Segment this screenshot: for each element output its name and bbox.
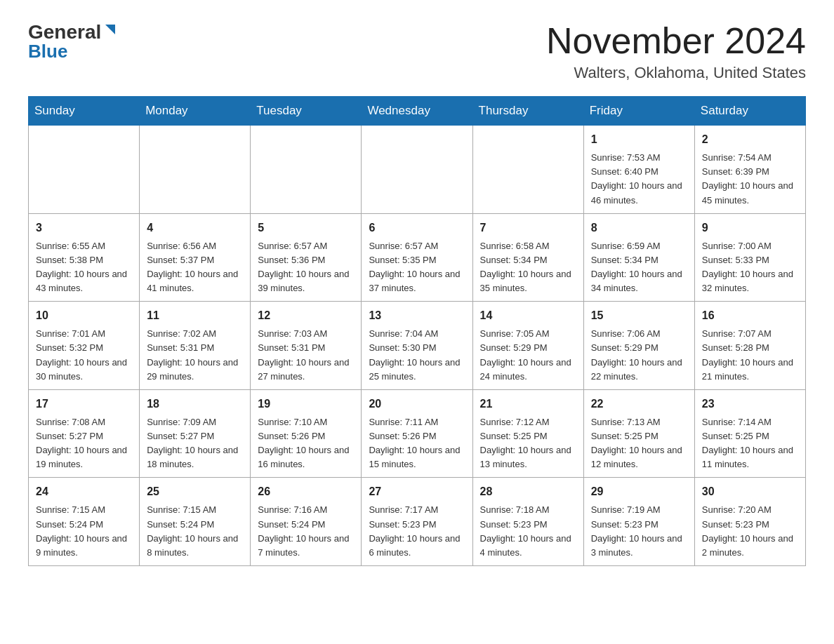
calendar-day-cell: [29, 126, 140, 214]
day-info: Sunrise: 7:17 AMSunset: 5:23 PMDaylight:…: [369, 503, 465, 560]
day-of-week-header: Tuesday: [251, 97, 362, 126]
day-info: Sunrise: 7:20 AMSunset: 5:23 PMDaylight:…: [702, 503, 798, 560]
calendar-week-row: 24Sunrise: 7:15 AMSunset: 5:24 PMDayligh…: [29, 478, 806, 566]
calendar-day-cell: 1Sunrise: 7:53 AMSunset: 6:40 PMDaylight…: [583, 126, 694, 214]
day-number: 11: [147, 307, 243, 324]
calendar-day-cell: 15Sunrise: 7:06 AMSunset: 5:29 PMDayligh…: [583, 302, 694, 390]
calendar-day-cell: 30Sunrise: 7:20 AMSunset: 5:23 PMDayligh…: [694, 478, 805, 566]
day-number: 3: [36, 220, 132, 236]
calendar-day-cell: 16Sunrise: 7:07 AMSunset: 5:28 PMDayligh…: [694, 302, 805, 390]
calendar-week-row: 3Sunrise: 6:55 AMSunset: 5:38 PMDaylight…: [29, 213, 806, 302]
day-number: 23: [702, 396, 798, 412]
calendar-day-cell: 27Sunrise: 7:17 AMSunset: 5:23 PMDayligh…: [362, 478, 472, 566]
day-number: 9: [702, 220, 798, 236]
day-of-week-header: Monday: [140, 97, 251, 126]
calendar-day-cell: 25Sunrise: 7:15 AMSunset: 5:24 PMDayligh…: [140, 478, 251, 566]
day-info: Sunrise: 7:08 AMSunset: 5:27 PMDaylight:…: [36, 415, 132, 472]
day-number: 6: [369, 220, 465, 236]
day-of-week-header: Sunday: [29, 97, 140, 126]
day-info: Sunrise: 7:07 AMSunset: 5:28 PMDaylight:…: [702, 327, 798, 384]
calendar-day-cell: 13Sunrise: 7:04 AMSunset: 5:30 PMDayligh…: [362, 302, 472, 390]
calendar-day-cell: 24Sunrise: 7:15 AMSunset: 5:24 PMDayligh…: [29, 478, 140, 566]
day-info: Sunrise: 7:15 AMSunset: 5:24 PMDaylight:…: [36, 503, 132, 560]
calendar-day-cell: 19Sunrise: 7:10 AMSunset: 5:26 PMDayligh…: [251, 389, 362, 478]
day-info: Sunrise: 7:10 AMSunset: 5:26 PMDaylight:…: [258, 415, 354, 472]
calendar-day-cell: 20Sunrise: 7:11 AMSunset: 5:26 PMDayligh…: [362, 389, 472, 478]
calendar-day-cell: 28Sunrise: 7:18 AMSunset: 5:23 PMDayligh…: [472, 478, 583, 566]
day-number: 21: [480, 396, 576, 412]
calendar-day-cell: 6Sunrise: 6:57 AMSunset: 5:35 PMDaylight…: [362, 213, 472, 302]
day-number: 16: [702, 307, 798, 324]
calendar-week-row: 1Sunrise: 7:53 AMSunset: 6:40 PMDaylight…: [29, 126, 806, 214]
day-number: 4: [147, 220, 243, 236]
day-info: Sunrise: 7:18 AMSunset: 5:23 PMDaylight:…: [480, 503, 576, 560]
calendar-day-cell: 21Sunrise: 7:12 AMSunset: 5:25 PMDayligh…: [472, 389, 583, 478]
logo-triangle-icon: [102, 22, 118, 40]
logo: General Blue: [28, 21, 118, 62]
calendar-day-cell: 5Sunrise: 6:57 AMSunset: 5:36 PMDaylight…: [251, 213, 362, 302]
calendar-day-cell: 8Sunrise: 6:59 AMSunset: 5:34 PMDaylight…: [583, 213, 694, 302]
calendar-day-cell: 2Sunrise: 7:54 AMSunset: 6:39 PMDaylight…: [694, 126, 805, 214]
day-number: 1: [591, 131, 687, 148]
title-section: November 2024 Walters, Oklahoma, United …: [546, 21, 806, 82]
calendar-day-cell: [140, 126, 251, 214]
calendar-day-cell: 17Sunrise: 7:08 AMSunset: 5:27 PMDayligh…: [29, 389, 140, 478]
day-number: 8: [591, 220, 687, 236]
day-of-week-header: Wednesday: [362, 97, 472, 126]
calendar-day-cell: 9Sunrise: 7:00 AMSunset: 5:33 PMDaylight…: [694, 213, 805, 302]
calendar-week-row: 10Sunrise: 7:01 AMSunset: 5:32 PMDayligh…: [29, 302, 806, 390]
day-info: Sunrise: 6:59 AMSunset: 5:34 PMDaylight:…: [591, 239, 687, 296]
day-info: Sunrise: 7:02 AMSunset: 5:31 PMDaylight:…: [147, 327, 243, 384]
calendar-week-row: 17Sunrise: 7:08 AMSunset: 5:27 PMDayligh…: [29, 389, 806, 478]
day-number: 17: [36, 396, 132, 412]
day-info: Sunrise: 7:00 AMSunset: 5:33 PMDaylight:…: [702, 239, 798, 296]
day-info: Sunrise: 7:06 AMSunset: 5:29 PMDaylight:…: [591, 327, 687, 384]
calendar-day-cell: 14Sunrise: 7:05 AMSunset: 5:29 PMDayligh…: [472, 302, 583, 390]
day-number: 12: [258, 307, 354, 324]
calendar-day-cell: 18Sunrise: 7:09 AMSunset: 5:27 PMDayligh…: [140, 389, 251, 478]
day-number: 2: [702, 131, 798, 148]
day-number: 19: [258, 396, 354, 412]
day-number: 18: [147, 396, 243, 412]
day-info: Sunrise: 7:54 AMSunset: 6:39 PMDaylight:…: [702, 151, 798, 208]
day-info: Sunrise: 7:19 AMSunset: 5:23 PMDaylight:…: [591, 503, 687, 560]
calendar-day-cell: 22Sunrise: 7:13 AMSunset: 5:25 PMDayligh…: [583, 389, 694, 478]
day-info: Sunrise: 7:01 AMSunset: 5:32 PMDaylight:…: [36, 327, 132, 384]
day-number: 28: [480, 483, 576, 500]
day-number: 10: [36, 307, 132, 324]
day-info: Sunrise: 6:57 AMSunset: 5:35 PMDaylight:…: [369, 239, 465, 296]
calendar-day-cell: 7Sunrise: 6:58 AMSunset: 5:34 PMDaylight…: [472, 213, 583, 302]
day-of-week-header: Thursday: [472, 97, 583, 126]
day-info: Sunrise: 7:16 AMSunset: 5:24 PMDaylight:…: [258, 503, 354, 560]
day-info: Sunrise: 6:55 AMSunset: 5:38 PMDaylight:…: [36, 239, 132, 296]
day-number: 14: [480, 307, 576, 324]
month-title: November 2024: [546, 21, 806, 61]
day-info: Sunrise: 7:11 AMSunset: 5:26 PMDaylight:…: [369, 415, 465, 472]
day-info: Sunrise: 7:53 AMSunset: 6:40 PMDaylight:…: [591, 151, 687, 208]
day-info: Sunrise: 7:04 AMSunset: 5:30 PMDaylight:…: [369, 327, 465, 384]
day-number: 5: [258, 220, 354, 236]
day-info: Sunrise: 7:14 AMSunset: 5:25 PMDaylight:…: [702, 415, 798, 472]
calendar-day-cell: 29Sunrise: 7:19 AMSunset: 5:23 PMDayligh…: [583, 478, 694, 566]
day-number: 24: [36, 483, 132, 500]
day-info: Sunrise: 6:58 AMSunset: 5:34 PMDaylight:…: [480, 239, 576, 296]
calendar-day-cell: 12Sunrise: 7:03 AMSunset: 5:31 PMDayligh…: [251, 302, 362, 390]
calendar-day-cell: [362, 126, 472, 214]
day-number: 25: [147, 483, 243, 500]
day-number: 26: [258, 483, 354, 500]
day-of-week-header: Friday: [583, 97, 694, 126]
location-text: Walters, Oklahoma, United States: [546, 64, 806, 82]
day-info: Sunrise: 6:57 AMSunset: 5:36 PMDaylight:…: [258, 239, 354, 296]
day-number: 13: [369, 307, 465, 324]
svg-marker-0: [105, 25, 115, 34]
day-number: 29: [591, 483, 687, 500]
calendar-day-cell: [251, 126, 362, 214]
calendar-body: 1Sunrise: 7:53 AMSunset: 6:40 PMDaylight…: [29, 126, 806, 566]
calendar-day-cell: 4Sunrise: 6:56 AMSunset: 5:37 PMDaylight…: [140, 213, 251, 302]
day-number: 30: [702, 483, 798, 500]
calendar-day-cell: 26Sunrise: 7:16 AMSunset: 5:24 PMDayligh…: [251, 478, 362, 566]
calendar-day-cell: 10Sunrise: 7:01 AMSunset: 5:32 PMDayligh…: [29, 302, 140, 390]
day-number: 22: [591, 396, 687, 412]
day-info: Sunrise: 7:15 AMSunset: 5:24 PMDaylight:…: [147, 503, 243, 560]
calendar-day-cell: 23Sunrise: 7:14 AMSunset: 5:25 PMDayligh…: [694, 389, 805, 478]
